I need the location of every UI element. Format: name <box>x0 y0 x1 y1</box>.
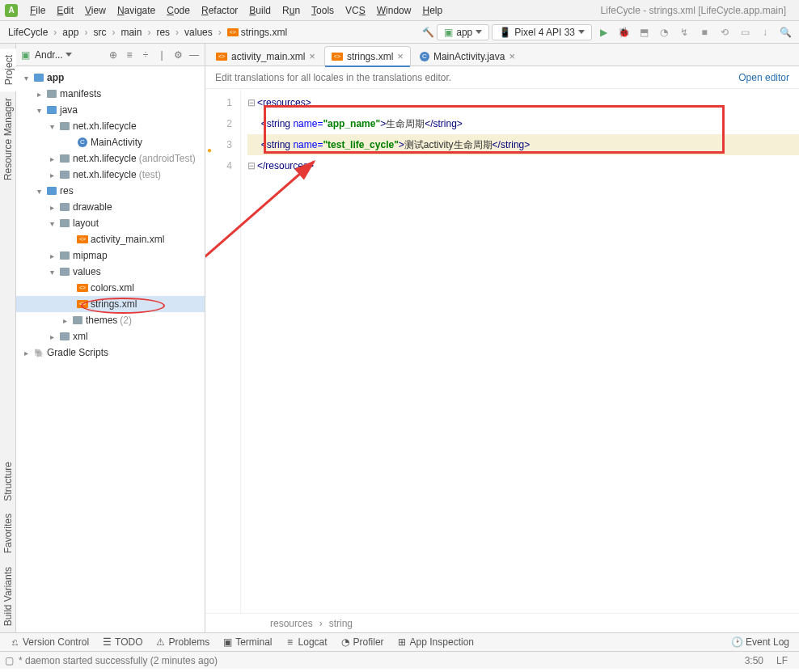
run-button[interactable]: ▶ <box>596 25 611 40</box>
breadcrumb-app[interactable]: app <box>59 25 82 40</box>
tree-node-res[interactable]: ▾res <box>16 183 205 199</box>
btn-logcat[interactable]: ≡Logcat <box>281 635 332 649</box>
menu-view[interactable]: View <box>79 2 112 19</box>
open-editor-link[interactable]: Open editor <box>738 72 789 83</box>
xml-file-icon <box>216 53 227 61</box>
menu-file[interactable]: FFileile <box>24 2 51 19</box>
line-number: 2 <box>205 113 232 134</box>
menu-vcs[interactable]: VCS <box>340 2 371 19</box>
avd-manager-button[interactable]: ▭ <box>738 25 752 40</box>
btn-event-log[interactable]: 🕑Event Log <box>728 635 794 649</box>
menu-build[interactable]: Build <box>243 2 277 19</box>
menu-code[interactable]: Code <box>161 2 196 19</box>
menu-help[interactable]: Help <box>416 2 448 19</box>
tree-node-pkg-test[interactable]: ▸net.xh.lifecycle(test) <box>16 167 205 183</box>
tool-tab-project[interactable]: Project <box>0 49 16 91</box>
status-icon[interactable]: ▢ <box>5 655 14 666</box>
tree-node-activity-main-xml[interactable]: activity_main.xml <box>16 231 205 247</box>
tree-node-pkg-androidtest[interactable]: ▸net.xh.lifecycle(androidTest) <box>16 150 205 167</box>
menu-tools[interactable]: Tools <box>306 2 340 19</box>
stop-button[interactable]: ■ <box>697 25 712 40</box>
tree-node-values[interactable]: ▾values <box>16 264 205 280</box>
profile-button[interactable]: ◔ <box>657 25 671 40</box>
btn-app-inspection[interactable]: ⊞App Inspection <box>392 635 479 649</box>
btn-version-control[interactable]: ⎌Version Control <box>5 635 94 649</box>
menu-refactor[interactable]: Refactor <box>196 2 243 19</box>
project-view-selector[interactable]: Andr... <box>35 49 103 61</box>
tree-node-colors-xml[interactable]: colors.xml <box>16 280 205 296</box>
breadcrumb-strings[interactable]: strings.xml <box>224 25 290 40</box>
tool-tab-build-variants[interactable]: Build Variants <box>0 560 15 632</box>
line-number: 1 <box>205 92 232 113</box>
sync-gradle-button[interactable]: ⟲ <box>717 25 732 40</box>
attach-debugger-button[interactable]: ↯ <box>677 25 691 40</box>
tree-node-java[interactable]: ▾java <box>16 102 205 118</box>
build-hammer-icon[interactable]: 🔨 <box>422 27 434 38</box>
tab-label: strings.xml <box>347 51 393 62</box>
settings-gear-icon[interactable]: ⚙ <box>172 49 184 61</box>
tree-node-pkg1[interactable]: ▾net.xh.lifecycle <box>16 118 205 134</box>
close-tab-icon[interactable]: × <box>309 50 315 62</box>
code-content[interactable]: ⊟<resources> <string name="app_name">生命周… <box>241 89 799 613</box>
sdk-manager-button[interactable]: ↓ <box>758 25 772 40</box>
crumb[interactable]: resources <box>270 618 313 629</box>
breadcrumb-lifecycle[interactable]: LifeCycle <box>5 25 51 40</box>
search-everywhere-button[interactable]: 🔍 <box>778 25 793 40</box>
left-tool-stripe: Project Resource Manager Structure Favor… <box>0 44 16 632</box>
btn-profiler[interactable]: ◔Profiler <box>336 635 389 649</box>
info-text: Edit translations for all locales in the… <box>215 72 451 83</box>
tree-node-themes[interactable]: ▸themes(2) <box>16 312 205 328</box>
tree-node-strings-xml[interactable]: strings.xml <box>16 296 205 312</box>
breadcrumb-values[interactable]: values <box>181 25 216 40</box>
btn-terminal[interactable]: ▣Terminal <box>218 635 277 649</box>
menu-navigate[interactable]: Navigate <box>112 2 161 19</box>
tree-node-manifests[interactable]: ▸manifests <box>16 86 205 102</box>
menu-run[interactable]: Run <box>277 2 306 19</box>
tab-main-activity[interactable]: MainActivity.java× <box>412 46 522 66</box>
tool-tab-structure[interactable]: Structure <box>0 455 15 508</box>
xml-file-icon <box>227 28 239 36</box>
tab-activity-main[interactable]: activity_main.xml× <box>209 46 323 66</box>
caret-position[interactable]: 3:50 <box>738 655 770 666</box>
project-panel-header: ▣ Andr... ⊕ ≡ ÷ | ⚙ — <box>16 44 205 66</box>
menu-window[interactable]: Window <box>371 2 417 19</box>
code-editor[interactable]: 1 2 3 4 ⊟<resources> <string name="app_n… <box>205 89 799 613</box>
close-tab-icon[interactable]: × <box>509 50 515 62</box>
tab-label: MainActivity.java <box>433 51 505 62</box>
debug-button[interactable]: 🐞 <box>616 25 631 40</box>
btn-todo[interactable]: ☰TODO <box>97 635 147 649</box>
line-gutter: 1 2 3 4 <box>205 89 241 613</box>
btn-problems[interactable]: ⚠Problems <box>151 635 215 649</box>
editor-tabs: activity_main.xml× strings.xml× MainActi… <box>205 44 799 66</box>
editor-area: activity_main.xml× strings.xml× MainActi… <box>205 44 799 632</box>
breadcrumb-res[interactable]: res <box>153 25 173 40</box>
coverage-button[interactable]: ⬒ <box>636 25 651 40</box>
project-panel: ▣ Andr... ⊕ ≡ ÷ | ⚙ — ▾app ▸manifests ▾j… <box>16 44 205 632</box>
close-tab-icon[interactable]: × <box>397 50 404 62</box>
tree-node-xml[interactable]: ▸xml <box>16 328 205 344</box>
project-tree[interactable]: ▾app ▸manifests ▾java ▾net.xh.lifecycle … <box>16 66 205 632</box>
tool-tab-favorites[interactable]: Favorites <box>0 507 15 560</box>
breadcrumb-main[interactable]: main <box>117 25 145 40</box>
tool-tab-resource-manager[interactable]: Resource Manager <box>0 91 15 187</box>
run-configuration-selector[interactable]: ▣app <box>437 24 489 40</box>
hide-panel-icon[interactable]: — <box>188 49 200 61</box>
locate-icon[interactable]: ⊕ <box>108 49 119 61</box>
tree-node-mipmap[interactable]: ▸mipmap <box>16 247 205 264</box>
bottom-tool-bar: ⎌Version Control ☰TODO ⚠Problems ▣Termin… <box>0 632 799 651</box>
tree-node-layout[interactable]: ▾layout <box>16 215 205 231</box>
menu-edit[interactable]: Edit <box>51 2 79 19</box>
breadcrumb-src[interactable]: src <box>90 25 109 40</box>
device-selector[interactable]: 📱Pixel 4 API 33 <box>492 24 592 40</box>
tree-node-app[interactable]: ▾app <box>16 70 205 86</box>
tree-node-gradle-scripts[interactable]: ▸🐘Gradle Scripts <box>16 344 205 361</box>
expand-all-icon[interactable]: ≡ <box>124 49 135 61</box>
tree-node-main-activity[interactable]: MainActivity <box>16 134 205 150</box>
line-ending[interactable]: LF <box>770 655 794 666</box>
line-number: 4 <box>205 155 232 176</box>
crumb[interactable]: string <box>329 618 353 629</box>
collapse-all-icon[interactable]: ÷ <box>140 49 151 61</box>
line-number: 3 <box>205 134 232 155</box>
tab-strings[interactable]: strings.xml× <box>324 46 411 66</box>
tree-node-drawable[interactable]: ▸drawable <box>16 199 205 215</box>
